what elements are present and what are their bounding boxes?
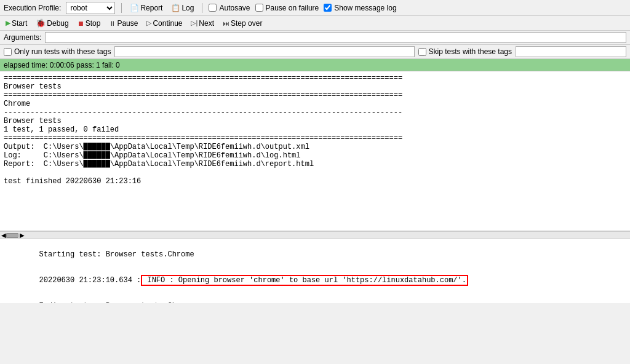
log-icon: 📋 [171, 4, 180, 12]
log-line: Output: C:\Users\██████\AppData\Local\Te… [4, 143, 309, 151]
separator-2 [202, 3, 202, 13]
bottom-log-timestamp: 20220630 21:23:10.634 : [39, 276, 142, 285]
show-message-log-label[interactable]: Show message log [324, 4, 396, 12]
stop-icon: ⏹ [78, 20, 84, 27]
pause-on-failure-label[interactable]: Pause on failure [255, 4, 319, 12]
scrollbar-thumb[interactable] [6, 233, 18, 238]
report-button[interactable]: 📄 Report [128, 3, 164, 13]
main-container: Execution Profile: robot 📄 Report 📋 Log … [0, 0, 630, 364]
execution-profile-label: Execution Profile: [4, 4, 61, 12]
bottom-section: Starting test: Browser tests.Chrome 2022… [0, 239, 630, 303]
toolbar-row-1: Execution Profile: robot 📄 Report 📋 Log … [0, 0, 630, 16]
continue-button[interactable]: ▷ Continue [145, 18, 184, 28]
autosave-checkbox[interactable] [209, 4, 217, 12]
tags-row: Only run tests with these tags Skip test… [0, 45, 630, 59]
show-message-log-checkbox[interactable] [324, 4, 332, 12]
autosave-label[interactable]: Autosave [209, 4, 250, 12]
stop-button[interactable]: ⏹ Stop [76, 18, 103, 28]
toolbar-row-2: ▶ Start 🐞 Debug ⏹ Stop ⏸ Pause ▷ Continu… [0, 16, 630, 31]
log-line: ========================================… [4, 91, 402, 100]
skip-checkbox[interactable] [418, 48, 426, 56]
log-line: Log: C:\Users\██████\AppData\Local\Temp\… [4, 151, 300, 160]
skip-label[interactable]: Skip tests with these tags [418, 47, 512, 56]
arguments-section: Arguments: [0, 31, 630, 45]
log-line: 1 test, 1 passed, 0 failed [4, 125, 119, 134]
debug-icon: 🐞 [36, 18, 46, 28]
status-text: elapsed time: 0:00:06 pass: 1 fail: 0 [4, 61, 120, 69]
debug-button[interactable]: 🐞 Debug [34, 18, 70, 28]
pause-button[interactable]: ⏸ Pause [107, 18, 140, 28]
log-line: Report: C:\Users\██████\AppData\Local\Te… [4, 160, 314, 168]
pause-on-failure-checkbox[interactable] [255, 4, 263, 12]
start-icon: ▶ [6, 19, 10, 27]
separator-1 [121, 3, 122, 13]
log-line: Browser tests [4, 82, 62, 91]
log-button[interactable]: 📋 Log [169, 3, 196, 13]
scroll-right-arrow[interactable]: ▶ [20, 232, 25, 239]
continue-icon: ▷ [146, 19, 151, 27]
step-over-button[interactable]: ⏭ Step over [221, 18, 264, 28]
bottom-log[interactable]: Starting test: Browser tests.Chrome 2022… [0, 239, 630, 303]
only-run-tags-input[interactable] [114, 46, 414, 57]
arguments-input[interactable] [45, 32, 626, 43]
log-container: ========================================… [0, 71, 630, 364]
log-line: ----------------------------------------… [4, 108, 402, 117]
skip-tags-input[interactable] [516, 46, 626, 57]
bottom-log-line3: Ending test: Browser tests.Chrome [39, 302, 194, 303]
report-icon: 📄 [130, 4, 139, 12]
arguments-row: Arguments: [4, 32, 626, 43]
status-bar: elapsed time: 0:00:06 pass: 1 fail: 0 [0, 59, 630, 71]
log-line: Browser tests [4, 117, 62, 125]
profile-select[interactable]: robot [66, 2, 115, 14]
log-line: test finished 20220630 21:23:16 [4, 177, 141, 186]
only-run-label[interactable]: Only run tests with these tags [4, 47, 111, 56]
next-icon: ▷| [191, 19, 197, 27]
log-line: ========================================… [4, 134, 402, 143]
log-line: Chrome [4, 100, 30, 108]
step-over-icon: ⏭ [223, 20, 229, 27]
start-button[interactable]: ▶ Start [4, 18, 29, 28]
scrollbar[interactable]: ◀ ▶ [0, 231, 630, 239]
log-line: ========================================… [4, 74, 402, 82]
next-button[interactable]: ▷| Next [189, 18, 216, 28]
log-area[interactable]: ========================================… [0, 71, 630, 231]
arguments-label: Arguments: [4, 33, 41, 42]
highlighted-info: INFO : Opening browser 'chrome' to base … [141, 275, 468, 286]
pause-icon: ⏸ [109, 20, 116, 27]
only-run-checkbox[interactable] [4, 48, 12, 56]
bottom-log-line1: Starting test: Browser tests.Chrome [39, 250, 194, 259]
scroll-left-arrow[interactable]: ◀ [1, 232, 6, 239]
